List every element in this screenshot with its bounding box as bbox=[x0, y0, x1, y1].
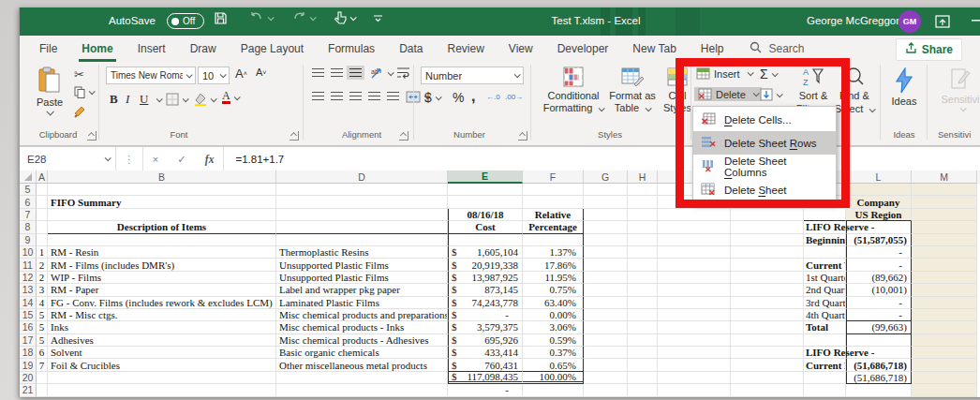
cell-L7[interactable]: US Region bbox=[846, 209, 912, 221]
cell-K14[interactable]: 3rd Quarter bbox=[804, 297, 846, 309]
cell-H13[interactable] bbox=[628, 284, 658, 296]
cell-F7[interactable]: Relative bbox=[523, 209, 584, 221]
cell-A13[interactable]: 3 bbox=[37, 284, 48, 296]
column-header-G[interactable]: G bbox=[584, 170, 628, 184]
cell-E8[interactable]: Cost bbox=[448, 221, 523, 233]
conditional-formatting-button[interactable]: ConditionalFormatting bbox=[541, 66, 606, 114]
cell-F20[interactable]: 100.00% bbox=[523, 372, 584, 384]
cell-B15[interactable]: RM - Misc ctgs. bbox=[48, 309, 276, 321]
cell-F18[interactable]: 0.37% bbox=[523, 347, 584, 359]
column-header-M[interactable]: M bbox=[912, 170, 977, 184]
cell-G11[interactable] bbox=[584, 259, 628, 271]
column-header-D[interactable]: D bbox=[276, 170, 448, 184]
cell-H5[interactable] bbox=[628, 184, 658, 196]
cell-G15[interactable] bbox=[584, 309, 628, 321]
tab-draw[interactable]: Draw bbox=[178, 36, 229, 62]
avatar[interactable]: GM bbox=[898, 10, 921, 33]
touch-mouse-mode-icon[interactable] bbox=[334, 11, 355, 25]
copy-icon[interactable] bbox=[74, 86, 94, 98]
cell-B19[interactable]: Foil & Crucibles bbox=[48, 359, 276, 371]
column-header-A[interactable]: A bbox=[37, 170, 48, 184]
cell-F10[interactable]: 1.37% bbox=[523, 246, 584, 259]
cell-J18[interactable] bbox=[731, 347, 804, 359]
cell-A20[interactable] bbox=[37, 372, 48, 384]
cell-M5[interactable] bbox=[912, 184, 977, 196]
cell-J12[interactable] bbox=[731, 272, 804, 284]
cell-F5[interactable] bbox=[523, 184, 584, 196]
menu-item-delete-sheet-columns[interactable]: ✕Delete Sheet Columns bbox=[693, 155, 836, 178]
row-header-15[interactable]: 15 bbox=[20, 309, 37, 321]
clipboard-dialog-launcher-icon[interactable] bbox=[87, 131, 97, 141]
row-header-10[interactable]: 10 bbox=[20, 246, 37, 259]
cell-H11[interactable] bbox=[628, 259, 658, 271]
align-left-icon[interactable] bbox=[312, 92, 324, 100]
cell-G13[interactable] bbox=[584, 284, 628, 296]
cell-K12[interactable]: 1st Quarter bbox=[804, 272, 846, 284]
cell-L11[interactable]: - bbox=[846, 259, 912, 271]
user-name[interactable]: George McGreggor bbox=[807, 15, 899, 26]
cell-K18[interactable]: LIFO Reserve - bbox=[804, 347, 846, 359]
insert-button[interactable]: Insert bbox=[696, 67, 752, 80]
align-right-icon[interactable] bbox=[349, 92, 362, 100]
menu-item-delete-sheet[interactable]: ✕Delete Sheet bbox=[693, 178, 836, 201]
redo-icon[interactable] bbox=[291, 11, 315, 24]
cell-B10[interactable]: RM - Resin bbox=[48, 246, 276, 259]
increase-indent-icon[interactable] bbox=[387, 92, 399, 100]
cell-K8[interactable]: LIFO Reserve - bbox=[804, 221, 846, 233]
cell-A21[interactable] bbox=[37, 384, 48, 396]
cell-B13[interactable]: RM - Paper bbox=[48, 284, 276, 296]
cell-E13[interactable]: $873,145 bbox=[448, 284, 523, 296]
cell-J16[interactable] bbox=[731, 321, 804, 333]
cell-M13[interactable] bbox=[912, 284, 977, 296]
percent-style-icon[interactable]: % bbox=[453, 90, 464, 105]
cell-H20[interactable] bbox=[628, 372, 658, 384]
cell-A15[interactable]: 5 bbox=[37, 309, 48, 321]
cell-G5[interactable] bbox=[584, 184, 628, 196]
cell-M10[interactable] bbox=[912, 246, 977, 259]
cell-L19[interactable]: (51,686,718) bbox=[846, 359, 912, 371]
row-header-19[interactable]: 19 bbox=[20, 359, 37, 371]
cell-F6[interactable] bbox=[523, 196, 584, 208]
cell-E6[interactable] bbox=[448, 196, 523, 208]
cell-A17[interactable]: 5 bbox=[37, 334, 48, 347]
cell-M12[interactable] bbox=[912, 272, 977, 284]
cell-E5[interactable] bbox=[448, 184, 523, 196]
row-header-8[interactable]: 8 bbox=[20, 221, 37, 233]
cell-L16[interactable]: (99,663) bbox=[846, 321, 912, 333]
align-center-icon[interactable] bbox=[331, 92, 343, 100]
cell-I9[interactable] bbox=[658, 234, 731, 246]
cell-G18[interactable] bbox=[584, 347, 628, 359]
underline-chevron-icon[interactable] bbox=[153, 97, 161, 102]
cell-H17[interactable] bbox=[628, 334, 658, 347]
font-name-select[interactable]: Times New Roman bbox=[106, 67, 196, 84]
cell-G12[interactable] bbox=[584, 272, 628, 284]
cell-H8[interactable] bbox=[628, 221, 658, 233]
cell-B6[interactable]: FIFO Summary bbox=[48, 196, 276, 208]
cell-G10[interactable] bbox=[584, 246, 628, 259]
cell-B14[interactable]: FG - Conv. Films (includes rework & excl… bbox=[48, 297, 276, 309]
cell-K13[interactable]: 2nd Quarter bbox=[804, 284, 846, 296]
cell-J9[interactable] bbox=[731, 234, 804, 246]
row-header-7[interactable]: 7 bbox=[20, 209, 37, 221]
cell-G8[interactable] bbox=[584, 221, 628, 233]
row-header-5[interactable]: 5 bbox=[20, 184, 37, 196]
autosave-toggle[interactable]: Off bbox=[167, 13, 204, 29]
format-painter-icon[interactable] bbox=[74, 106, 86, 118]
column-header-F[interactable]: F bbox=[523, 170, 584, 184]
cell-H21[interactable] bbox=[628, 384, 658, 396]
row-header-13[interactable]: 13 bbox=[20, 284, 37, 296]
cell-M20[interactable] bbox=[912, 372, 977, 384]
cell-E12[interactable]: $13,987,925 bbox=[448, 272, 523, 284]
cell-F11[interactable]: 17.86% bbox=[523, 259, 584, 271]
cell-K16[interactable]: Total bbox=[804, 321, 846, 333]
cell-K19[interactable]: Current Bal bbox=[804, 359, 846, 371]
cell-D17[interactable]: Misc chemical products - Adhesives bbox=[276, 334, 448, 347]
cell-E15[interactable]: $- bbox=[448, 309, 523, 321]
row-header-9[interactable]: 9 bbox=[20, 234, 37, 246]
cell-J10[interactable] bbox=[731, 246, 804, 259]
row-header-12[interactable]: 12 bbox=[20, 272, 37, 284]
cell-G9[interactable] bbox=[584, 234, 628, 246]
cell-J13[interactable] bbox=[731, 284, 804, 296]
decrease-indent-icon[interactable] bbox=[368, 92, 380, 100]
align-bottom-icon[interactable] bbox=[349, 68, 362, 77]
